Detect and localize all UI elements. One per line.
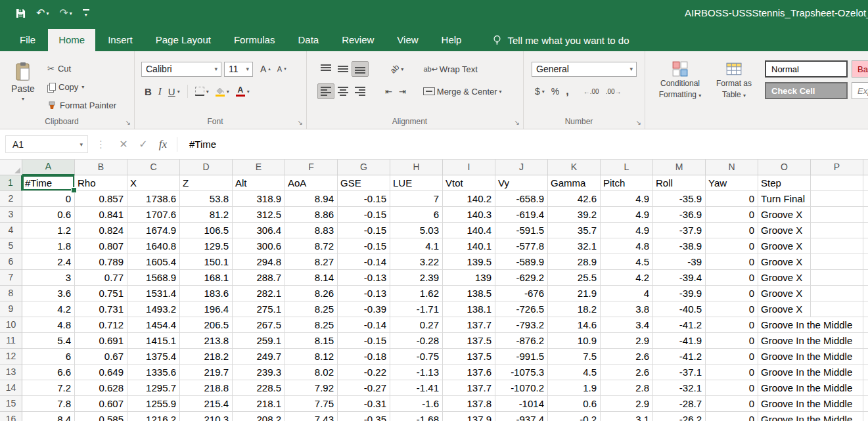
orientation-button[interactable]: ab▾ — [387, 61, 407, 77]
column-header-B[interactable]: B — [75, 160, 127, 175]
save-button[interactable] — [16, 9, 26, 18]
cell-L5[interactable]: 4.8 — [601, 238, 653, 254]
insert-function-button[interactable]: fx — [153, 138, 173, 151]
cell-D16[interactable]: 210.3 — [180, 412, 233, 421]
cell-I10[interactable]: 137.7 — [443, 317, 495, 333]
cell-O11[interactable]: Groove In the Middle — [758, 333, 811, 349]
cell-A2[interactable]: 0 — [22, 191, 75, 207]
cell-C16[interactable]: 1216.2 — [127, 412, 180, 421]
column-header-N[interactable]: N — [706, 160, 758, 175]
cell-I9[interactable]: 138.1 — [443, 301, 495, 317]
align-left-button[interactable] — [317, 83, 334, 99]
cell-F7[interactable]: 8.14 — [285, 270, 338, 286]
middle-align-button[interactable] — [334, 61, 352, 77]
cell-O2[interactable]: Turn Final — [758, 191, 811, 207]
increase-indent-button[interactable]: ⇥ — [396, 83, 409, 99]
cell-B1[interactable]: Rho — [75, 175, 127, 191]
cell-N6[interactable]: 0 — [706, 254, 758, 270]
cell-H3[interactable]: 6 — [390, 207, 443, 223]
cell-E15[interactable]: 218.1 — [233, 396, 285, 412]
cell-L7[interactable]: 4.2 — [601, 270, 653, 286]
formula-input[interactable]: #Time — [189, 139, 216, 150]
cell-F12[interactable]: 8.12 — [285, 349, 338, 365]
font-family-select[interactable]: Calibri▾ — [141, 62, 221, 77]
format-painter-button[interactable]: Format Painter — [47, 100, 116, 111]
cell-A3[interactable]: 0.6 — [22, 207, 75, 223]
cell-K10[interactable]: 14.6 — [548, 317, 601, 333]
cell-B16[interactable]: 0.585 — [75, 412, 127, 421]
cell-B13[interactable]: 0.649 — [75, 365, 127, 380]
select-all-button[interactable] — [0, 160, 22, 175]
row-header-13[interactable]: 13 — [0, 365, 22, 380]
cell-M2[interactable]: -35.9 — [653, 191, 706, 207]
cell-B14[interactable]: 0.628 — [75, 380, 127, 396]
cell-O13[interactable]: Groove In the Middle — [758, 365, 811, 380]
cell-O7[interactable]: Groove X — [758, 270, 811, 286]
cell-K15[interactable]: 0.6 — [548, 396, 601, 412]
cell-G2[interactable]: -0.15 — [338, 191, 390, 207]
tab-view[interactable]: View — [386, 29, 428, 51]
tab-insert[interactable]: Insert — [97, 29, 143, 51]
cell-D14[interactable]: 218.8 — [180, 380, 233, 396]
column-header-C[interactable]: C — [127, 160, 180, 175]
cell-L2[interactable]: 4.9 — [601, 191, 653, 207]
cell-K9[interactable]: 18.2 — [548, 301, 601, 317]
cell-P5[interactable] — [811, 238, 863, 254]
cell-J12[interactable]: -991.5 — [495, 349, 548, 365]
cell-F10[interactable]: 8.25 — [285, 317, 338, 333]
cell-P3[interactable] — [811, 207, 863, 223]
cell-K6[interactable]: 28.9 — [548, 254, 601, 270]
row-header-3[interactable]: 3 — [0, 207, 22, 223]
cell-G13[interactable]: -0.22 — [338, 365, 390, 380]
cell-I1[interactable]: Vtot — [443, 175, 495, 191]
row-header-12[interactable]: 12 — [0, 349, 22, 365]
cell-G6[interactable]: -0.14 — [338, 254, 390, 270]
cell-O15[interactable]: Groove In the Middle — [758, 396, 811, 412]
row-header-6[interactable]: 6 — [0, 254, 22, 270]
cell-M16[interactable]: -26.2 — [653, 412, 706, 421]
cell-P6[interactable] — [811, 254, 863, 270]
column-header-G[interactable]: G — [338, 160, 390, 175]
cell-A15[interactable]: 7.8 — [22, 396, 75, 412]
top-align-button[interactable] — [317, 61, 334, 77]
cell-C12[interactable]: 1375.4 — [127, 349, 180, 365]
column-header-D[interactable]: D — [180, 160, 233, 175]
cell-L15[interactable]: 2.9 — [601, 396, 653, 412]
cell-L1[interactable]: Pitch — [601, 175, 653, 191]
cell-K13[interactable]: 4.5 — [548, 365, 601, 380]
cell-L10[interactable]: 3.4 — [601, 317, 653, 333]
cell-J9[interactable]: -726.5 — [495, 301, 548, 317]
cell-B8[interactable]: 0.751 — [75, 286, 127, 301]
undo-button[interactable]: ↶▾ — [36, 8, 49, 18]
cell-I13[interactable]: 137.6 — [443, 365, 495, 380]
cell-C2[interactable]: 1738.6 — [127, 191, 180, 207]
borders-button[interactable]: ▾ — [192, 83, 212, 99]
cell-J5[interactable]: -577.8 — [495, 238, 548, 254]
cell-C7[interactable]: 1568.9 — [127, 270, 180, 286]
cell-O6[interactable]: Groove X — [758, 254, 811, 270]
cell-C6[interactable]: 1605.4 — [127, 254, 180, 270]
cell-N11[interactable]: 0 — [706, 333, 758, 349]
cell-I6[interactable]: 139.5 — [443, 254, 495, 270]
cell-F8[interactable]: 8.26 — [285, 286, 338, 301]
cell-F11[interactable]: 8.15 — [285, 333, 338, 349]
cell-F5[interactable]: 8.72 — [285, 238, 338, 254]
cell-O8[interactable]: Groove X — [758, 286, 811, 301]
redo-button[interactable]: ↷▾ — [59, 8, 72, 18]
cell-L8[interactable]: 4 — [601, 286, 653, 301]
tab-formulas[interactable]: Formulas — [223, 29, 286, 51]
cell-N9[interactable]: 0 — [706, 301, 758, 317]
cell-O14[interactable]: Groove In the Middle — [758, 380, 811, 396]
cell-M5[interactable]: -38.9 — [653, 238, 706, 254]
cell-M7[interactable]: -39.4 — [653, 270, 706, 286]
alignment-dialog-launcher[interactable]: ↘ — [514, 120, 520, 126]
cell-N1[interactable]: Yaw — [706, 175, 758, 191]
cell-H16[interactable]: -1.68 — [390, 412, 443, 421]
tell-me-box[interactable]: Tell me what you want to do — [492, 29, 629, 51]
cell-L13[interactable]: 2.6 — [601, 365, 653, 380]
cell-K8[interactable]: 21.9 — [548, 286, 601, 301]
cell-H13[interactable]: -1.13 — [390, 365, 443, 380]
cell-E2[interactable]: 318.9 — [233, 191, 285, 207]
row-header-8[interactable]: 8 — [0, 286, 22, 301]
cell-M13[interactable]: -37.1 — [653, 365, 706, 380]
